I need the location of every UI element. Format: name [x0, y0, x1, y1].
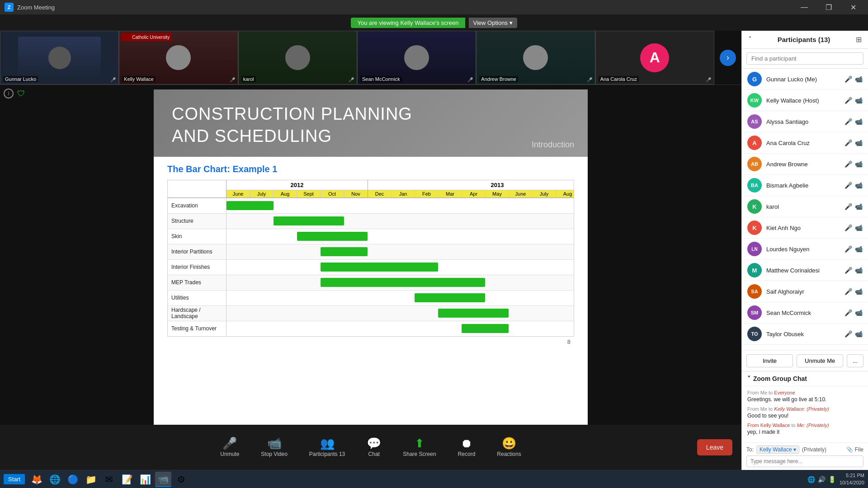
- leave-button[interactable]: Leave: [697, 439, 732, 455]
- app-title: Zoom Meeting: [17, 4, 55, 11]
- chat-to-suffix: (Privately): [802, 446, 826, 453]
- taskbar-app-folder[interactable]: 📁: [83, 472, 99, 487]
- taskbar-app-settings[interactable]: ⚙: [173, 472, 189, 487]
- invite-button[interactable]: Invite: [746, 354, 793, 367]
- chat-sender-3: From Kelly Wallace: [747, 422, 790, 428]
- skin-cells: [226, 229, 574, 244]
- karol-name-label: karol: [241, 76, 256, 82]
- stop-video-button[interactable]: 📹 Stop Video: [255, 435, 293, 460]
- taskbar-app-mail[interactable]: ✉: [101, 472, 117, 487]
- network-icon: 🌐: [807, 476, 815, 483]
- gantt-row-mep-trades: MEP Trades: [168, 275, 574, 290]
- gantt-row-skin: Skin: [168, 229, 574, 244]
- start-button[interactable]: Start: [4, 474, 25, 484]
- alyssa-avatar: AS: [747, 114, 762, 129]
- chat-file-button[interactable]: 📎 File: [846, 446, 863, 453]
- taskbar-app-edge[interactable]: 🔵: [65, 472, 81, 487]
- sharing-banner: You are viewing Kelly Wallace's screen V…: [351, 18, 517, 28]
- info-icon[interactable]: i: [4, 89, 14, 99]
- participant-item-kiet: K Kiet Anh Ngo 🎤 📹: [742, 217, 868, 239]
- participant-item-alyssa: AS Alyssa Santiago 🎤 📹: [742, 111, 868, 132]
- chat-from-2: From Me to Kelly Wallace: (Privately): [747, 406, 863, 412]
- video-icon: 📹: [267, 437, 282, 449]
- chat-to-select[interactable]: Kelly Wallace ▾: [756, 446, 799, 454]
- participant-item-taylor: TO Taylor Obusek 🎤 📹: [742, 324, 868, 345]
- maximize-button[interactable]: ❐: [818, 0, 839, 14]
- security-shield-icon: 🛡: [17, 89, 25, 99]
- gantt-row-interior-partitions: Interior Partitions: [168, 244, 574, 259]
- main-area: Gunnar Lucko 🎤 Catholic University Kelly…: [0, 31, 868, 470]
- chat-header: ˅ Zoom Group Chat: [742, 371, 868, 386]
- lourdes-controls: 🎤 📹: [844, 245, 863, 253]
- taskbar-app-ie[interactable]: 🌐: [47, 472, 63, 487]
- video-nav-next[interactable]: ›: [714, 31, 741, 84]
- chat-collapse-icon[interactable]: ˅: [747, 375, 750, 382]
- reactions-icon: 😀: [502, 437, 516, 449]
- taskbar-app-firefox[interactable]: 🦊: [28, 472, 45, 487]
- taskbar-app-zoom[interactable]: 📹: [155, 472, 171, 487]
- share-screen-button[interactable]: ⬆ Share Screen: [397, 435, 441, 460]
- sean-video-status: 📹: [855, 309, 863, 316]
- hardscape-label: Hardscape / Landscape: [168, 306, 226, 321]
- excavation-label: Excavation: [168, 198, 226, 213]
- utilities-cells: [226, 291, 574, 305]
- lourdes-avatar: LN: [747, 242, 762, 256]
- bismark-mic-status: 🎤: [844, 182, 852, 189]
- video-tile-gunnar: Gunnar Lucko 🎤: [0, 31, 119, 84]
- interior-finishes-bar: [321, 263, 438, 272]
- unmute-button[interactable]: 🎤 Unmute: [215, 435, 245, 460]
- participant-search-container: [742, 49, 868, 69]
- chat-message-2: From Me to Kelly Wallace: (Privately) Go…: [747, 406, 863, 419]
- chat-to-row: To: Kelly Wallace ▾ (Privately) 📎 File: [746, 446, 863, 454]
- panel-collapse-icon[interactable]: ˅: [748, 35, 752, 44]
- andrew-controls: 🎤 📹: [844, 160, 863, 168]
- andrew-mic-status: 🎤: [844, 160, 852, 168]
- window-controls[interactable]: — ❐ ✕: [794, 0, 863, 14]
- kiet-controls: 🎤 📹: [844, 224, 863, 231]
- chat-recipient-3: Me: (Privately): [797, 422, 829, 428]
- unmute-me-button[interactable]: Unmute Me: [797, 354, 843, 367]
- matthew-avatar: M: [747, 263, 762, 277]
- panel-layout-icon[interactable]: ⊞: [856, 35, 862, 44]
- sean-name-label: Sean McCormick: [360, 76, 402, 82]
- year-2013-label: 2013: [368, 180, 574, 190]
- gunnar-video-status: 📹: [855, 75, 863, 83]
- taskbar-app-icons: 🦊 🌐 🔵 📁 ✉ 📝 📊 📹 ⚙: [28, 472, 807, 487]
- kelly-mic-icon: 🎤: [230, 77, 235, 82]
- view-options-button[interactable]: View Options ▾: [469, 18, 517, 28]
- testing-turnover-label: Testing & Turnover: [168, 321, 226, 336]
- close-button[interactable]: ✕: [843, 0, 863, 14]
- lourdes-mic-status: 🎤: [844, 245, 852, 253]
- chart-title: The Bar Chart: Example 1: [167, 164, 574, 174]
- alyssa-controls: 🎤 📹: [844, 118, 863, 125]
- chat-input[interactable]: [746, 455, 863, 467]
- reactions-button[interactable]: 😀 Reactions: [491, 435, 526, 460]
- month-apr: Apr: [462, 190, 486, 197]
- shared-screen-area: i 🛡 CONSTRUCTION PLANNING AND SCHEDULING…: [0, 85, 741, 425]
- chat-to-label: To:: [746, 446, 754, 453]
- chat-messages-list: From Me to Everyone Greetings. we will g…: [742, 386, 868, 442]
- record-button[interactable]: ⏺ Record: [453, 435, 481, 460]
- andrew-mic-icon: 🎤: [587, 77, 592, 82]
- participants-button[interactable]: 👥 Participants 13: [304, 435, 350, 460]
- chat-from-3: From Kelly Wallace to Me: (Privately): [747, 422, 863, 428]
- participant-search-input[interactable]: [746, 52, 863, 65]
- participants-icon: 👥: [320, 437, 335, 449]
- slide-subtitle: Introduction: [532, 140, 574, 150]
- chat-button[interactable]: 💬 Chat: [361, 435, 387, 460]
- zoom-taskbar-icon: 📹: [158, 474, 169, 484]
- minimize-button[interactable]: —: [794, 0, 815, 14]
- more-options-button[interactable]: ...: [847, 354, 863, 367]
- andrew-avatar: AB: [747, 157, 762, 171]
- share-screen-label: Share Screen: [403, 451, 436, 457]
- taskbar-app-word[interactable]: 📝: [119, 472, 135, 487]
- structure-cells: [226, 214, 574, 229]
- interior-partitions-cells: [226, 244, 574, 259]
- ana-avatar: A: [640, 43, 669, 72]
- month-june-2012: June: [226, 190, 250, 197]
- taskbar-app-excel[interactable]: 📊: [137, 472, 153, 487]
- chat-icon: 💬: [367, 437, 381, 449]
- ie-icon: 🌐: [49, 474, 61, 485]
- gantt-row-hardscape: Hardscape / Landscape: [168, 305, 574, 321]
- skin-bar: [297, 232, 368, 241]
